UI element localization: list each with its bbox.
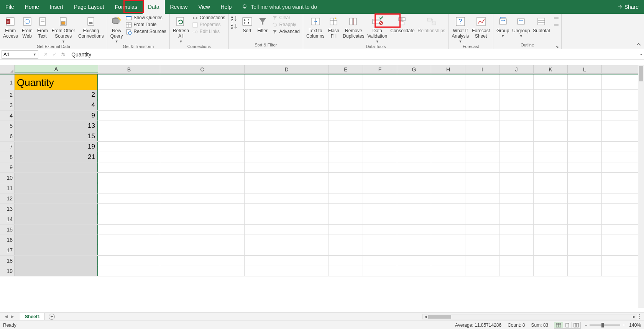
row-header-9[interactable]: 9 [0,162,15,172]
tell-me-input[interactable]: Tell me what you want to do [251,4,317,10]
cell-E18[interactable] [329,256,363,266]
flash-fill-button[interactable]: Flash Fill [326,15,341,40]
cell-B10[interactable] [98,173,160,183]
cell-E7[interactable] [329,142,363,152]
forecast-sheet-button[interactable]: Forecast Sheet [470,15,491,40]
cell-G8[interactable] [397,152,431,162]
cell-C8[interactable] [160,152,245,162]
cell-A4[interactable]: 9 [15,111,98,121]
reapply-button[interactable]: Reapply [270,21,301,28]
row-header-7[interactable]: 7 [0,142,15,152]
cell-C5[interactable] [160,121,245,131]
cell-G7[interactable] [397,142,431,152]
cell-D7[interactable] [245,142,329,152]
cell-E8[interactable] [329,152,363,162]
cell-I8[interactable] [465,152,499,162]
cell-A6[interactable]: 15 [15,131,98,141]
cell-E2[interactable] [329,90,363,100]
cell-C19[interactable] [160,266,245,276]
cell-H7[interactable] [431,142,465,152]
cell-K1[interactable] [534,74,568,89]
sort-desc-button[interactable]: ZA [230,22,238,30]
column-header-B[interactable]: B [98,65,160,73]
cell-D13[interactable] [245,204,329,214]
cell-B19[interactable] [98,266,160,276]
cancel-formula-button[interactable]: ✕ [44,51,48,57]
cell-E15[interactable] [329,225,363,235]
cell-K4[interactable] [534,111,568,121]
column-header-C[interactable]: C [160,65,245,73]
edit-links-button[interactable]: Edit Links [191,28,227,35]
cell-C10[interactable] [160,173,245,183]
fx-button[interactable]: fx [61,51,65,57]
cell-A13[interactable] [15,204,98,214]
what-if-button[interactable]: ?What-If Analysis▼ [450,15,471,44]
row-header-11[interactable]: 11 [0,183,15,193]
cell-H11[interactable] [431,183,465,193]
cell-I11[interactable] [465,183,499,193]
select-all-cells[interactable] [0,65,15,73]
cell-L11[interactable] [568,183,602,193]
row-header-15[interactable]: 15 [0,225,15,235]
view-page-layout-button[interactable] [563,322,572,329]
cell-J14[interactable] [499,214,534,224]
cell-E5[interactable] [329,121,363,131]
cell-J18[interactable] [499,256,534,266]
cell-H4[interactable] [431,111,465,121]
cell-J15[interactable] [499,225,534,235]
cell-H6[interactable] [431,131,465,141]
cell-L13[interactable] [568,204,602,214]
cell-E13[interactable] [329,204,363,214]
tab-help[interactable]: Help [215,0,237,14]
cell-L10[interactable] [568,173,602,183]
cell-J8[interactable] [499,152,534,162]
cell-I4[interactable] [465,111,499,121]
collapse-ribbon-button[interactable] [633,14,644,49]
cell-H19[interactable] [431,266,465,276]
cell-G3[interactable] [397,100,431,110]
cell-B12[interactable] [98,193,160,203]
cell-B11[interactable] [98,183,160,193]
sort-button[interactable]: AZZASort [240,15,255,35]
cell-J12[interactable] [499,193,534,203]
cell-I10[interactable] [465,173,499,183]
cell-J3[interactable] [499,100,534,110]
remove-duplicates-button[interactable]: Remove Duplicates [341,15,366,40]
cell-A7[interactable]: 19 [15,142,98,152]
add-sheet-button[interactable]: + [49,314,55,320]
cell-C12[interactable] [160,193,245,203]
cell-E11[interactable] [329,183,363,193]
cell-E4[interactable] [329,111,363,121]
cell-E6[interactable] [329,131,363,141]
cell-A16[interactable] [15,235,98,245]
cell-G19[interactable] [397,266,431,276]
cell-F11[interactable] [363,183,397,193]
show-detail-button[interactable] [553,15,560,21]
cell-K5[interactable] [534,121,568,131]
show-queries-button[interactable]: Show Queries [124,15,168,21]
advanced-filter-button[interactable]: Advanced [270,28,301,35]
cell-H8[interactable] [431,152,465,162]
cell-F8[interactable] [363,152,397,162]
row-header-13[interactable]: 13 [0,204,15,214]
outline-launcher[interactable]: ⬊ [556,45,559,49]
row-header-2[interactable]: 2 [0,90,15,100]
cell-A14[interactable] [15,214,98,224]
cell-I3[interactable] [465,100,499,110]
cell-B15[interactable] [98,225,160,235]
cell-B16[interactable] [98,235,160,245]
from-table-button[interactable]: From Table [124,21,168,28]
cell-K6[interactable] [534,131,568,141]
tab-page-layout[interactable]: Page Layout [69,0,110,14]
cell-B18[interactable] [98,256,160,266]
cell-J13[interactable] [499,204,534,214]
row-header-12[interactable]: 12 [0,193,15,203]
cell-J1[interactable] [499,74,534,89]
cell-H12[interactable] [431,193,465,203]
cell-L9[interactable] [568,162,602,172]
column-header-A[interactable]: A [15,65,98,73]
cell-J9[interactable] [499,162,534,172]
cell-I9[interactable] [465,162,499,172]
group-button[interactable]: Group▼ [495,15,511,39]
sheet-tab-active[interactable]: Sheet1 [20,313,45,320]
